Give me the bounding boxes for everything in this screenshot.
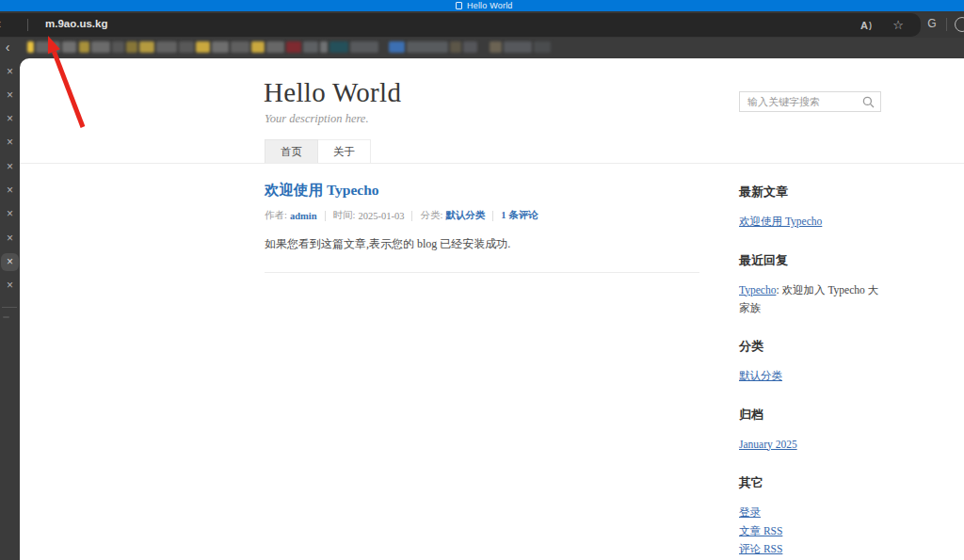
chevron-left-icon[interactable]: ‹ [2, 40, 13, 56]
bookmark-chip[interactable] [350, 41, 378, 53]
recent-comment-link[interactable]: Typecho [739, 284, 776, 296]
sidebar-section-categories: 分类 默认分类 [739, 338, 885, 386]
bookmark-chip[interactable] [389, 41, 405, 53]
vertical-tab-close[interactable]: × [1, 205, 19, 223]
post-title-link[interactable]: 欢迎使用 Typecho [265, 181, 699, 200]
read-aloud-icon[interactable]: A) [857, 17, 876, 33]
divider [27, 19, 28, 31]
sidebar-heading-latest: 最新文章 [739, 184, 885, 200]
comments-rss-link[interactable]: 评论 RSS [739, 540, 885, 559]
vertical-tab-close[interactable]: × [1, 229, 19, 247]
recent-comment: Typecho: 欢迎加入 Typecho 大家族 [739, 281, 885, 318]
bookmark-chip[interactable] [407, 41, 448, 53]
bookmark-chip[interactable] [463, 41, 477, 53]
sidebar-section-recent-comments: 最近回复 Typecho: 欢迎加入 Typecho 大家族 [739, 252, 885, 318]
search-input[interactable] [740, 92, 880, 111]
bookmark-chip[interactable] [490, 41, 502, 53]
sidebar-heading-recent: 最近回复 [739, 252, 885, 269]
bookmark-chip[interactable] [231, 41, 249, 53]
sidebar-section-latest: 最新文章 欢迎使用 Typecho [739, 184, 885, 232]
web-page: Hello World Your description here. 首页 关于… [20, 58, 964, 560]
blog-post: 欢迎使用 Typecho 作者: admin 时间: 2025-01-03 分类… [265, 181, 699, 273]
sidebar-section-misc: 其它 登录 文章 RSS 评论 RSS Typecho [739, 474, 885, 560]
bookmark-chip[interactable] [196, 41, 210, 53]
favorite-star-icon[interactable]: ☆ [889, 17, 908, 33]
address-toolbar: t m.9ao.us.kg A) ☆ G [0, 11, 964, 38]
post-body: 如果您看到这篇文章,表示您的 blog 已经安装成功. [265, 235, 699, 252]
bookmark-chip[interactable] [156, 41, 177, 53]
vertical-tab-close[interactable]: × [1, 277, 19, 295]
search-box [739, 91, 881, 112]
page-icon [456, 2, 462, 9]
post-divider [265, 272, 699, 273]
bookmark-chip[interactable] [91, 41, 110, 53]
site-title: Hello World [264, 77, 401, 108]
time-label: 时间: [333, 209, 356, 222]
extension-icon[interactable]: G [924, 16, 940, 31]
sidebar: 最新文章 欢迎使用 Typecho 最近回复 Typecho: 欢迎加入 Typ… [739, 91, 885, 560]
category-label: 分类: [420, 209, 442, 222]
login-link[interactable]: 登录 [739, 504, 885, 522]
site-info-icon[interactable]: t [0, 19, 6, 30]
tabstrip-divider [2, 307, 17, 308]
bookmark-chip[interactable] [286, 41, 301, 53]
browser-window: Hello World t m.9ao.us.kg A) ☆ G ‹ ×××××… [0, 0, 964, 560]
sidebar-heading-categories: 分类 [739, 338, 885, 355]
vertical-tab-close[interactable]: × [1, 157, 19, 175]
sidebar-heading-archives: 归档 [739, 407, 885, 424]
browser-tab[interactable]: Hello World [456, 0, 513, 11]
vertical-tab-close[interactable]: × [1, 110, 19, 128]
address-bar[interactable]: t m.9ao.us.kg A) ☆ [0, 13, 921, 37]
bookmark-chip[interactable] [27, 41, 34, 53]
bookmark-chip[interactable] [534, 41, 551, 53]
author-label: 作者: [265, 209, 287, 222]
bookmarks-bar: ‹ [0, 38, 964, 58]
vertical-tab-close-active[interactable]: × [1, 253, 19, 271]
bookmark-chip[interactable] [36, 41, 60, 53]
bookmark-chip[interactable] [179, 41, 194, 53]
bookmark-chip[interactable] [303, 41, 318, 53]
vertical-tab-close[interactable]: × [1, 86, 19, 104]
bookmark-chip[interactable] [251, 41, 265, 53]
divider [492, 211, 493, 221]
bookmark-chip[interactable] [212, 41, 229, 53]
sidebar-section-archives: 归档 January 2025 [739, 407, 885, 455]
url-text[interactable]: m.9ao.us.kg [45, 18, 107, 29]
profile-icon[interactable] [955, 17, 964, 32]
bookmark-chip[interactable] [266, 41, 284, 53]
sidebar-heading-misc: 其它 [739, 474, 885, 491]
site-nav: 首页 关于 [265, 139, 371, 164]
tabstrip-dim-mark [3, 316, 9, 318]
site-description: Your description here. [265, 112, 369, 126]
bookmark-chip[interactable] [139, 41, 154, 53]
divider [325, 211, 326, 221]
category-link[interactable]: 默认分类 [739, 367, 885, 386]
bookmark-chip[interactable] [450, 41, 461, 53]
tab-title: Hello World [467, 1, 513, 10]
vertical-tab-close[interactable]: × [1, 134, 19, 152]
post-meta: 作者: admin 时间: 2025-01-03 分类: 默认分类 1 条评论 [265, 209, 699, 222]
comments-link[interactable]: 1 条评论 [501, 209, 538, 222]
vertical-tab-close[interactable]: × [1, 62, 19, 80]
nav-tab-about[interactable]: 关于 [318, 139, 371, 164]
posts-rss-link[interactable]: 文章 RSS [739, 522, 885, 541]
latest-post-link[interactable]: 欢迎使用 Typecho [739, 213, 885, 232]
search-icon[interactable] [862, 96, 875, 108]
nav-tab-home[interactable]: 首页 [265, 139, 318, 164]
bookmark-chip[interactable] [126, 41, 137, 53]
bookmark-chip[interactable] [504, 41, 532, 53]
vertical-tabs-strip: ×××××××××× [0, 58, 20, 560]
author-link[interactable]: admin [290, 211, 317, 221]
bookmark-chip[interactable] [329, 41, 348, 53]
divider [411, 211, 412, 221]
archive-link[interactable]: January 2025 [739, 436, 885, 455]
bookmark-chip[interactable] [320, 41, 328, 53]
divider [946, 18, 947, 31]
post-date: 2025-01-03 [358, 211, 404, 221]
bookmark-chip[interactable] [62, 41, 76, 53]
vertical-tab-close[interactable]: × [1, 182, 19, 200]
category-link[interactable]: 默认分类 [445, 209, 485, 222]
bookmark-chip[interactable] [79, 41, 89, 53]
browser-titlebar: Hello World [0, 0, 964, 11]
bookmark-chip[interactable] [112, 41, 124, 53]
